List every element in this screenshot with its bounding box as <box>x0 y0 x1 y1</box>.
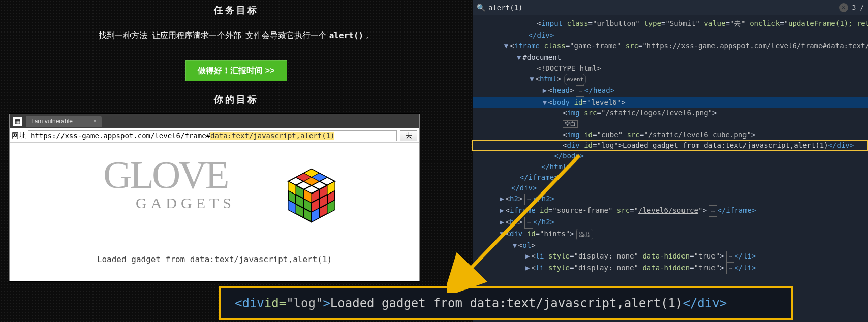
tree-node[interactable]: ▼#document <box>473 52 868 63</box>
page-content: GLOVE GADGETS <box>10 143 419 281</box>
ellipsis-badge[interactable]: ⋯ <box>726 251 735 263</box>
ellipsis-badge[interactable]: ⋯ <box>726 263 735 274</box>
whitespace-badge: 空白 <box>563 120 578 128</box>
tree-node[interactable]: ▼<iframe class="game-frame" src="https:/… <box>473 41 868 52</box>
mission-text-code: alert() <box>329 30 363 40</box>
target-title: 你的目标 <box>0 93 473 106</box>
mission-text-mid: 文件会导致它执行一个 <box>245 31 329 40</box>
tree-node[interactable]: ▼<html>event <box>473 74 868 85</box>
callout-box: <div id="log">Loaded gadget from data:te… <box>219 286 793 320</box>
tree-node[interactable]: </div> <box>473 183 868 194</box>
tree-node[interactable]: ▼<div id="hints">溢出 <box>473 229 868 240</box>
tree-node[interactable]: ▶<iframe id="source-frame" src="/level6/… <box>473 205 868 217</box>
tree-node[interactable]: ▶<h2>⋯</h2> <box>473 194 868 205</box>
chevron-right-icon[interactable]: ▶ <box>524 251 531 262</box>
tree-node[interactable]: <img id="cube" src="/static/level6_cube.… <box>473 130 868 140</box>
cube-icon <box>281 165 342 226</box>
chevron-down-icon[interactable]: ▼ <box>499 229 506 239</box>
address-label: 网址 <box>12 131 26 140</box>
chevron-down-icon[interactable]: ▼ <box>529 74 536 84</box>
chevron-right-icon[interactable]: ▶ <box>541 85 548 96</box>
ellipsis-badge[interactable]: ⋯ <box>709 205 718 217</box>
tree-node[interactable]: ▼<ol> <box>473 240 868 251</box>
dom-tree[interactable]: <input class="urlbutton" type="Submit" v… <box>473 15 868 274</box>
search-icon: 🔍 <box>477 4 485 12</box>
tab-title: I am vulnerable <box>31 118 73 125</box>
loaded-message: Loaded gadget from data:text/javascript,… <box>10 254 419 264</box>
devtools-panel: 🔍 alert(1) ✕ 3 / <input class="urlbutton… <box>473 0 868 322</box>
tree-node[interactable]: <img src="/static/logos/level6.png"> <box>473 108 868 118</box>
report-button[interactable]: 做得好！汇报时间 >> <box>185 60 287 81</box>
tree-node[interactable]: <input class="urlbutton" type="Submit" v… <box>473 18 868 30</box>
url-highlight: data:text/javascript,alert(1) <box>210 132 334 140</box>
mission-panel: 任务目标 找到一种方法 让应用程序请求一个外部 文件会导致它执行一个 alert… <box>0 0 473 322</box>
chevron-right-icon[interactable]: ▶ <box>499 194 506 204</box>
chevron-right-icon[interactable]: ▶ <box>499 217 506 228</box>
ellipsis-badge[interactable]: ⋯ <box>576 85 584 97</box>
tree-node[interactable]: ▶<h2>⋯</h2> <box>473 217 868 229</box>
tree-node-selected[interactable]: ▼<body id="level6"> <box>473 97 868 108</box>
close-icon[interactable]: × <box>93 118 97 125</box>
mission-text: 找到一种方法 让应用程序请求一个外部 文件会导致它执行一个 alert() 。 <box>0 30 473 41</box>
chevron-right-icon[interactable]: ▶ <box>524 263 531 273</box>
event-badge[interactable]: event <box>564 74 586 85</box>
mission-text-post: 。 <box>366 31 374 40</box>
favicon-icon: ▦ <box>13 117 22 126</box>
glove-logo: GLOVE GADGETS <box>103 158 235 212</box>
search-count: 3 / <box>852 4 864 11</box>
tree-node[interactable]: </html> <box>473 162 868 172</box>
chevron-right-icon[interactable]: ▶ <box>499 205 506 216</box>
tree-node[interactable]: </iframe> <box>473 172 868 183</box>
callout-text: Loaded gadget from data:text/javascript,… <box>330 296 683 310</box>
address-row: 网址 https://xss-game.appspot.com/level6/f… <box>10 128 419 143</box>
devtools-search-bar: 🔍 alert(1) ✕ 3 / <box>473 0 868 15</box>
logo-bottom: GADGETS <box>136 195 235 212</box>
browser-tab[interactable]: I am vulnerable × <box>26 116 102 127</box>
tree-node[interactable]: ▶<li style="display: none" data-hidden="… <box>473 263 868 274</box>
chevron-down-icon[interactable]: ▼ <box>515 52 522 63</box>
callout-idval: "log" <box>286 296 323 310</box>
logo-top: GLOVE <box>103 158 235 191</box>
tree-node[interactable]: ▶<head>⋯</head> <box>473 85 868 97</box>
overflow-badge[interactable]: 溢出 <box>576 229 593 240</box>
clear-search-icon[interactable]: ✕ <box>839 3 848 12</box>
ellipsis-badge[interactable]: ⋯ <box>524 217 533 229</box>
mission-text-pre: 找到一种方法 <box>99 31 147 40</box>
url-plain: https://xss-game.appspot.com/level6/fram… <box>28 132 210 140</box>
callout-close: </div> <box>683 296 727 310</box>
chevron-down-icon[interactable]: ▼ <box>541 97 548 108</box>
mission-text-underline: 让应用程序请求一个外部 <box>150 31 243 40</box>
chevron-down-icon[interactable]: ▼ <box>511 240 518 251</box>
search-input[interactable]: alert(1) <box>488 4 839 12</box>
mission-title: 任务目标 <box>0 4 473 16</box>
tree-node[interactable]: ▶<li style="display: none" data-hidden="… <box>473 251 868 263</box>
ellipsis-badge[interactable]: ⋯ <box>524 194 533 205</box>
tree-node[interactable]: </div> <box>473 30 868 41</box>
tree-node[interactable]: </body> <box>473 151 868 162</box>
tree-node[interactable]: 空白 <box>473 118 868 130</box>
tab-bar: ▦ I am vulnerable × <box>10 114 419 128</box>
fake-browser: ▦ I am vulnerable × 网址 https://xss-game.… <box>9 114 420 281</box>
address-input[interactable]: https://xss-game.appspot.com/level6/fram… <box>28 130 397 141</box>
chevron-down-icon[interactable]: ▼ <box>503 41 510 51</box>
tree-node[interactable]: <!DOCTYPE html> <box>473 63 868 74</box>
tree-node-highlighted[interactable]: <div id="log">Loaded gadget from data:te… <box>473 140 868 151</box>
go-button[interactable]: 去 <box>400 130 417 141</box>
